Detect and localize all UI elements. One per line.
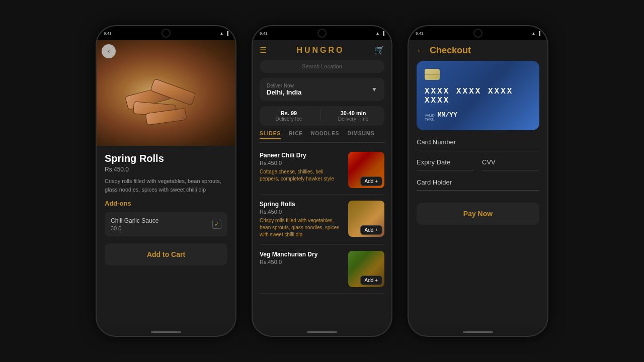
addon-name: Chili Garlic Sauce	[111, 217, 158, 224]
card-holder-input-line[interactable]	[417, 190, 539, 191]
cvv-field: CVV	[482, 158, 539, 170]
home-bar-1	[97, 328, 235, 336]
camera-notch-3	[473, 29, 482, 38]
phone-1: 9:41 ▲ ▐ ‹ Spring Rolls Rs.450	[96, 25, 236, 337]
status-icons-2: ▲ ▐	[375, 31, 384, 36]
delivery-stats-bar: Rs. 99 Delivery fee 30-40 min Delivery T…	[260, 106, 384, 126]
phone3-content: ← Checkout XXXX XXXX XXXX XXXX VALIDTHRU…	[409, 40, 547, 328]
phone1-body: Spring Rolls Rs.450.0 Crispy rolls fille…	[97, 146, 235, 328]
stat-divider	[320, 110, 320, 122]
spring-rolls-price: Rs.450.0	[260, 209, 343, 215]
manchurian-price: Rs.450.0	[260, 259, 343, 265]
addon-item: Chili Garlic Sauce 30.0 ✓	[105, 212, 227, 236]
card-number-field: Card Number	[417, 138, 539, 150]
card-chip-icon	[425, 69, 440, 80]
addons-label: Add-ons	[105, 200, 227, 207]
deliver-now-label: Deliver Now	[267, 83, 301, 88]
spring-rolls-desc: Crispy rolls filled with vegetables, bea…	[260, 217, 343, 238]
card-holder-label: Card Holder	[417, 178, 539, 186]
wifi-icon: ▲	[219, 31, 223, 36]
spring-rolls-name: Spring Rolls	[260, 201, 343, 208]
status-time-3: 9:41	[416, 31, 424, 36]
phone-3: 9:41 ▲ ▐ ← Checkout XXXX XXXX XXXX XXXX …	[408, 25, 548, 337]
camera-notch-1	[162, 29, 171, 38]
cvv-input-line[interactable]	[482, 170, 539, 170]
status-icons-3: ▲ ▐	[531, 31, 540, 36]
camera-notch-2	[317, 29, 327, 38]
home-indicator-2	[307, 331, 337, 333]
pay-now-button[interactable]: Pay Now	[417, 203, 539, 225]
delivery-fee-value: Rs. 99	[276, 110, 302, 116]
delivery-time-label: Delivery Time	[338, 116, 369, 122]
back-button[interactable]: ‹	[102, 44, 116, 58]
delivery-fee-label: Delivery fee	[276, 116, 302, 122]
battery-icon: ▐	[225, 31, 228, 36]
spring-rolls-add-button[interactable]: Add +	[360, 225, 382, 235]
phone2-content: ☰ HUNGRO 🛒 Search Location Deliver Now D…	[253, 40, 391, 328]
paneer-info: Paneer Chili Dry Rs.450.0 Cottage cheese…	[260, 152, 343, 188]
cart-icon[interactable]: 🛒	[374, 45, 384, 55]
wifi-icon-3: ▲	[531, 31, 535, 36]
menu-item-manchurian: Veg Manchurian Dry Rs.450.0 Add +	[260, 245, 384, 294]
phone-2: 9:41 ▲ ▐ ☰ HUNGRO 🛒 Search Location	[252, 25, 392, 337]
card-holder-field: Card Holder	[417, 178, 539, 191]
food-description: Crispy rolls filled with vegetables, bea…	[105, 177, 227, 194]
hamburger-menu-icon[interactable]: ☰	[260, 45, 267, 55]
menu-list: Paneer Chili Dry Rs.450.0 Cottage cheese…	[253, 143, 391, 328]
wifi-icon-2: ▲	[375, 31, 379, 36]
checkout-title: Checkout	[430, 45, 471, 56]
expiry-field: Expiry Date	[417, 158, 474, 170]
checkout-back-button[interactable]: ←	[417, 46, 425, 55]
addon-checkbox[interactable]: ✓	[212, 220, 221, 229]
status-time-1: 9:41	[104, 31, 112, 36]
expiry-label: Expiry Date	[417, 158, 474, 166]
search-location-bar[interactable]: Search Location	[260, 60, 384, 73]
delivery-time-stat: 30-40 min Delivery Time	[338, 110, 369, 122]
category-tabs: SLIDES RICE NOODLES DIMSUMS	[260, 131, 384, 143]
food-rolls-art	[121, 75, 211, 136]
valid-thru-label: VALIDTHRU	[425, 114, 435, 122]
delivery-info: Deliver Now Delhi, India	[267, 83, 301, 96]
home-bar-3	[409, 328, 547, 336]
food-hero-image: ‹	[97, 40, 235, 146]
paneer-image-wrap: Add +	[348, 152, 384, 188]
paneer-desc: Cottage cheese, chillies, bell peppers, …	[260, 168, 343, 183]
card-number-input-line[interactable]	[417, 150, 539, 150]
delivery-time-value: 30-40 min	[338, 110, 369, 116]
home-indicator-3	[463, 331, 493, 333]
addon-price: 30.0	[111, 225, 158, 231]
battery-icon-2: ▐	[381, 31, 384, 36]
paneer-add-button[interactable]: Add +	[360, 176, 382, 186]
expiry-input-line[interactable]	[417, 170, 474, 170]
delivery-location-box[interactable]: Deliver Now Delhi, India ▼	[260, 78, 384, 101]
card-visual: XXXX XXXX XXXX XXXX VALIDTHRU MM/YY	[417, 61, 539, 130]
status-bar-2: 9:41 ▲ ▐	[253, 26, 391, 40]
tab-rice[interactable]: RICE	[289, 131, 303, 139]
manchurian-name: Veg Manchurian Dry	[260, 251, 343, 258]
phone1-content: ‹ Spring Rolls Rs.450.0 Crispy rolls fil…	[97, 40, 235, 328]
tab-dimsums[interactable]: DIMSUMS	[347, 131, 374, 139]
status-bar-1: 9:41 ▲ ▐	[97, 26, 235, 40]
cvv-label: CVV	[482, 158, 539, 166]
phone2-header: ☰ HUNGRO 🛒 Search Location Deliver Now D…	[253, 40, 391, 143]
tab-slides[interactable]: SLIDES	[260, 131, 281, 139]
delivery-fee-stat: Rs. 99 Delivery fee	[276, 110, 302, 122]
manchurian-info: Veg Manchurian Dry Rs.450.0	[260, 251, 343, 287]
search-placeholder: Search Location	[302, 63, 342, 69]
tab-noodles[interactable]: NOODLES	[311, 131, 339, 139]
card-expiry-display: MM/YY	[438, 111, 457, 119]
header-top: ☰ HUNGRO 🛒	[260, 45, 384, 55]
battery-icon-3: ▐	[537, 31, 540, 36]
card-number-label: Card Number	[417, 138, 539, 146]
home-bar-2	[253, 328, 391, 336]
food-price: Rs.450.0	[105, 166, 227, 173]
spring-rolls-info: Spring Rolls Rs.450.0 Crispy rolls fille…	[260, 201, 343, 238]
checkout-form: Card Number Expiry Date CVV Card Holder	[409, 138, 547, 328]
status-icons-1: ▲ ▐	[219, 31, 228, 36]
paneer-name: Paneer Chili Dry	[260, 152, 343, 159]
dropdown-chevron-icon[interactable]: ▼	[371, 86, 377, 93]
add-to-cart-button[interactable]: Add to Cart	[105, 243, 227, 265]
manchurian-add-button[interactable]: Add +	[360, 276, 382, 285]
addon-details: Chili Garlic Sauce 30.0	[111, 217, 158, 231]
status-time-2: 9:41	[260, 31, 268, 36]
